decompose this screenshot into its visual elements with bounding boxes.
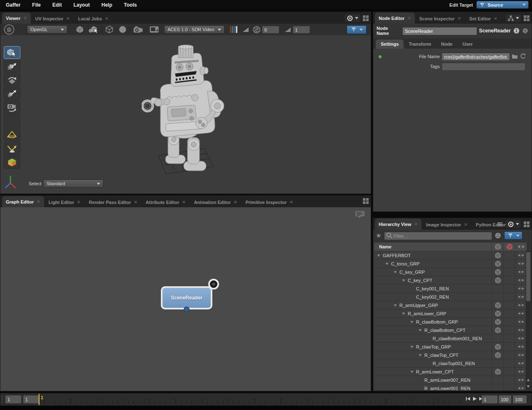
tree-scrollbar[interactable] — [526, 251, 531, 390]
visibility-eye-icon[interactable] — [517, 303, 525, 307]
tab-viewer[interactable]: Viewer✕ — [2, 12, 31, 24]
refresh-icon[interactable] — [520, 53, 526, 59]
expander-icon[interactable] — [377, 253, 381, 258]
sets-cube-icon[interactable] — [495, 269, 501, 275]
expander-icon[interactable] — [393, 270, 397, 274]
wireframe-cube-icon[interactable] — [105, 25, 113, 34]
tree-row[interactable]: C_torso_GRP — [374, 260, 527, 268]
end-frame-field[interactable] — [499, 395, 511, 403]
layout-grid-icon[interactable] — [362, 198, 369, 204]
renderer-dropdown[interactable]: OpenGL — [27, 25, 67, 34]
tab-graph-editor[interactable]: Graph Editor✕ — [2, 196, 44, 207]
expander-icon[interactable] — [385, 262, 389, 266]
exposure-input[interactable] — [262, 26, 279, 33]
exclusion-sets-column-icon[interactable] — [506, 243, 513, 250]
visibility-column-icon[interactable] — [517, 244, 525, 249]
expander-icon[interactable] — [410, 320, 414, 324]
hamburger-menu-icon[interactable] — [497, 221, 503, 228]
tab-set-editor[interactable]: Set Editor✕ — [466, 13, 501, 24]
tags-input[interactable] — [442, 63, 525, 70]
tree-row[interactable]: R_armLower_GRP — [374, 309, 527, 317]
visibility-eye-icon[interactable] — [517, 270, 525, 274]
sets-cube-icon[interactable] — [495, 302, 501, 309]
tab-primitive-inspector[interactable]: Primitive Inspector✕ — [242, 197, 297, 207]
tab-close-icon[interactable]: ✕ — [290, 200, 293, 204]
visibility-eye-icon[interactable] — [517, 328, 525, 332]
sets-cube-icon[interactable] — [495, 252, 501, 259]
folder-browse-icon[interactable] — [512, 54, 518, 59]
tree-row[interactable]: C_key_CPT — [374, 276, 527, 284]
node-name-input[interactable] — [403, 27, 476, 35]
frame-field[interactable] — [23, 395, 39, 403]
current-frame-field[interactable] — [482, 395, 498, 403]
tab-animation-editor[interactable]: Animation Editor✕ — [190, 197, 241, 207]
tab-close-icon[interactable]: ✕ — [458, 16, 461, 21]
playhead[interactable] — [39, 394, 39, 405]
sets-column-icon[interactable] — [495, 243, 501, 250]
tree-row[interactable]: R_clawBottom_CPT — [374, 326, 527, 334]
menu-file[interactable]: File — [26, 2, 47, 8]
layout-grid-icon[interactable] — [362, 15, 369, 22]
drag-handle[interactable] — [2, 396, 3, 402]
tree-row[interactable]: R_clawTop_CPT — [374, 351, 527, 359]
filter-input[interactable] — [384, 232, 492, 240]
rotate-tool-button[interactable] — [4, 74, 20, 86]
visibility-eye-icon[interactable] — [517, 353, 525, 357]
expander-icon[interactable] — [410, 345, 414, 349]
visibility-eye-icon[interactable] — [517, 278, 525, 282]
bookmark-star-icon[interactable] — [376, 233, 382, 238]
shading-sphere-icon[interactable] — [118, 25, 127, 34]
sets-cube-icon[interactable] — [495, 310, 501, 317]
tab-close-icon[interactable]: ✕ — [105, 16, 108, 21]
viewport-3d[interactable]: Select Standard — [0, 35, 371, 194]
gamma-input[interactable] — [293, 26, 310, 33]
visibility-eye-icon[interactable] — [517, 261, 525, 266]
menu-help[interactable]: Help — [96, 2, 118, 8]
tab-node-editor[interactable]: Node Editor✕ — [375, 12, 415, 24]
tab-scene-inspector[interactable]: Scene Inspector✕ — [416, 13, 465, 24]
visibility-eye-icon[interactable] — [517, 286, 525, 291]
gear-icon[interactable] — [522, 27, 528, 34]
tree-row[interactable]: R_clawBottom_GRP — [374, 318, 527, 326]
info-icon[interactable] — [513, 27, 520, 34]
tab-node[interactable]: Node — [436, 39, 458, 49]
tab-hierarchy-view[interactable]: Hierarchy View✕ — [375, 219, 421, 230]
tab-close-icon[interactable]: ✕ — [414, 222, 418, 226]
tab-local-jobs[interactable]: Local Jobs✕ — [74, 13, 112, 24]
sets-cube-icon[interactable] — [495, 260, 501, 267]
tree-row[interactable]: C_key_GRP — [374, 268, 527, 276]
select-mode-dropdown[interactable]: Standard — [43, 179, 103, 188]
translate-tool-button[interactable] — [4, 60, 20, 73]
sets-cube-icon[interactable] — [495, 344, 501, 350]
scrollbar-thumb[interactable] — [526, 252, 530, 301]
expander-icon[interactable] — [410, 370, 414, 374]
tree-row[interactable]: R_armUpper_GRP — [374, 301, 527, 309]
camera-tool-button[interactable] — [4, 101, 20, 114]
tab-close-icon[interactable]: ✕ — [37, 199, 40, 204]
light-position-tool-button[interactable] — [4, 142, 20, 155]
tree-row[interactable]: R_clawBottom001_REN — [374, 334, 527, 342]
node-output-plug[interactable] — [184, 307, 190, 312]
tab-image-inspector[interactable]: Image Inspector✕ — [422, 219, 471, 230]
expander-icon[interactable] — [418, 328, 422, 332]
scene-reader-node[interactable]: SceneReader — [161, 286, 212, 309]
tab-close-icon[interactable]: ✕ — [23, 16, 27, 20]
filter-options-icon[interactable] — [495, 232, 501, 239]
sets-cube-icon[interactable] — [495, 319, 501, 325]
selection-tool-button[interactable] — [4, 46, 20, 59]
linking-menu-button[interactable] — [345, 14, 360, 22]
pan-hand-icon[interactable] — [4, 24, 15, 35]
tree-row[interactable]: R_armLower_CPT — [374, 368, 527, 376]
visualiser-tool-button[interactable] — [4, 156, 20, 169]
tab-close-icon[interactable]: ✕ — [77, 200, 80, 204]
visibility-eye-icon[interactable] — [517, 386, 525, 390]
expander-icon[interactable] — [401, 312, 406, 316]
display-transform-dropdown[interactable]: ACES 1.0 - SDR Video — [164, 25, 224, 34]
expander-icon[interactable] — [418, 353, 422, 357]
tab-close-icon[interactable]: ✕ — [182, 200, 185, 204]
visibility-eye-icon[interactable] — [517, 295, 525, 299]
visibility-eye-icon[interactable] — [517, 253, 525, 258]
viewer-pin-button[interactable] — [347, 25, 367, 34]
light-tool-button[interactable] — [4, 128, 20, 141]
expander-icon[interactable] — [393, 303, 397, 307]
